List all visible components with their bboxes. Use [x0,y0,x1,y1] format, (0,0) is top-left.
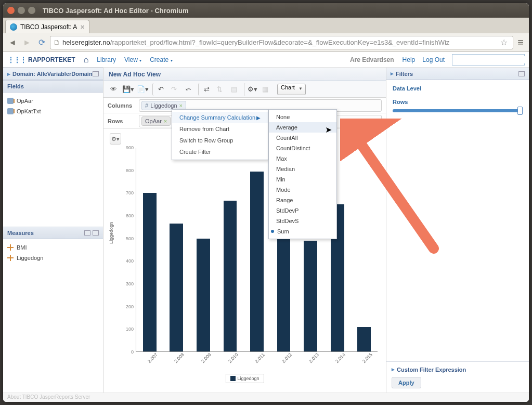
x-tick: 2.009 [200,352,212,364]
domain-header[interactable]: ▸Domain: AlleVariablerDomain [3,68,103,80]
y-tick: 500 [119,236,134,241]
bookmark-icon[interactable]: ☆ [498,37,510,47]
field-icon [7,98,14,104]
redo-icon[interactable]: ↷ [167,83,180,96]
save-icon[interactable]: 💾▾ [121,83,135,96]
bar[interactable] [357,327,371,351]
help-link[interactable]: Help [403,56,416,63]
tab-close-icon[interactable]: × [80,23,84,31]
view-title: New Ad Hoc View [103,68,386,81]
menu-remove[interactable]: Remove from Chart [172,123,268,135]
fields-header[interactable]: Fields [3,80,103,93]
submenu-arrow-icon: ▶ [256,115,261,121]
summary-option-median[interactable]: Median [269,164,336,174]
summary-option-range[interactable]: Range [269,195,336,205]
reset-icon[interactable]: ⤺ [181,83,195,96]
summary-option-max[interactable]: Max [269,153,336,164]
display-mode-select[interactable]: Chart [277,84,306,95]
custom-filter-header[interactable]: ▸Custom Filter Expression [392,366,524,373]
measure-liggedogn[interactable]: Liggedogn [7,253,99,263]
bar[interactable] [197,239,210,351]
window-close-icon[interactable] [7,7,15,14]
logout-link[interactable]: Log Out [422,56,445,63]
home-icon[interactable]: ⌂ [84,55,89,64]
browser-tabbar: TIBCO Jaspersoft: A × [3,18,529,33]
favicon-icon [10,23,17,31]
app-footer: About TIBCO JasperReports Server [3,393,529,402]
x-tick: 2.012 [281,352,293,364]
browser-tab[interactable]: TIBCO Jaspersoft: A × [5,20,89,33]
pill-opaar[interactable]: OpAar× [141,116,171,126]
x-tick: 2.010 [227,352,239,364]
summary-option-min[interactable]: Min [269,174,336,185]
y-tick: 200 [119,304,134,309]
summary-option-stddevp[interactable]: StdDevP [269,205,336,216]
grid-icon[interactable]: ▦ [258,83,272,96]
bar[interactable] [304,241,317,351]
menu-change-summary[interactable]: Change Summary Calculation▶ [172,112,268,123]
panel-ctrl-icon[interactable] [93,230,99,236]
options-icon[interactable]: ⚙▾ [244,83,257,96]
menu-switch-row[interactable]: Switch to Row Group [172,135,268,146]
slider-handle-icon[interactable] [517,107,523,115]
apply-button[interactable]: Apply [392,377,421,388]
menu-create-filter[interactable]: Create Filter [172,146,268,158]
sort-icon[interactable]: ⇅ [213,83,226,96]
pill-remove-icon[interactable]: × [179,102,183,109]
measures-list: BMI Liggedogn [3,239,103,393]
bar[interactable] [277,229,291,351]
detail-icon[interactable]: ▤ [227,83,241,96]
field-opkattxt[interactable]: OpKatTxt [7,106,99,116]
fields-list: OpAar OpKatTxt [3,93,103,227]
tab-title: TIBCO Jaspersoft: A [20,23,77,31]
nav-create[interactable]: Create ▾ [150,56,172,63]
eye-icon[interactable]: 👁 [107,83,120,96]
panel-ctrl-icon[interactable] [93,71,99,76]
editor-toolbar: 👁 💾▾ 📄▾ ↶ ↷ ⤺ ⇄ ⇅ ▤ ⚙▾ ▦ Chart [103,81,386,98]
pill-remove-icon[interactable]: × [164,118,167,124]
bar[interactable] [250,172,264,351]
measure-icon [7,255,14,261]
rows-slider[interactable] [393,109,523,112]
window-title: TIBCO Jaspersoft: Ad Hoc Editor - Chromi… [43,7,188,15]
undo-icon[interactable]: ↶ [152,83,166,96]
export-icon[interactable]: 📄▾ [136,83,149,96]
bar[interactable] [170,224,183,351]
panel-ctrl-icon[interactable] [518,71,525,76]
x-tick: 2.013 [308,352,320,364]
summary-submenu: NoneAverageCountAllCountDistinctMaxMedia… [268,109,337,239]
context-menu: Change Summary Calculation▶ Remove from … [172,109,268,160]
summary-option-stddevs[interactable]: StdDevS [269,216,336,226]
url-input[interactable]: 🗋 helseregister.no/rapporteket_prod/flow… [50,36,513,49]
brand-logo[interactable]: ⋮⋮⋮RAPPORTEKET [7,56,75,64]
window-min-icon[interactable] [18,7,25,14]
panel-ctrl-icon[interactable] [84,230,90,236]
measure-bmi[interactable]: BMI [7,242,99,253]
summary-option-countdistinct[interactable]: CountDistinct [269,143,336,153]
browser-menu-icon[interactable]: ≡ [515,36,526,48]
pill-liggedogn[interactable]: #Liggedogn× [141,101,186,110]
bar[interactable] [224,201,237,351]
columns-label: Columns [108,102,135,109]
summary-option-none[interactable]: None [269,112,336,122]
summary-option-sum[interactable]: Sum [269,226,336,237]
right-panel: ▸Filters Data Level Rows ▸Custom Filter … [386,68,529,393]
bar[interactable] [143,193,157,351]
summary-option-average[interactable]: Average [269,122,336,133]
field-opaar[interactable]: OpAar [7,96,99,106]
filters-header[interactable]: ▸Filters [386,68,529,80]
nav-library[interactable]: Library [97,56,116,63]
summary-option-countall[interactable]: CountAll [269,133,336,143]
chart-options-button[interactable]: ⚙▾ [110,133,121,145]
reload-icon[interactable]: ⟳ [35,36,48,49]
pivot-icon[interactable]: ⇄ [198,83,212,96]
chart-plot: Liggedogn 0100200300400500600700800900 2… [119,148,378,361]
app-topbar: ⋮⋮⋮RAPPORTEKET ⌂ Library View ▾ Create ▾… [3,52,529,68]
nav-view[interactable]: View ▾ [124,56,141,63]
window-max-icon[interactable] [28,7,35,14]
back-icon[interactable]: ◄ [6,36,19,49]
summary-option-mode[interactable]: Mode [269,185,336,195]
x-tick: 2.008 [173,352,185,364]
measures-header[interactable]: Measures [3,227,103,239]
search-input[interactable] [452,56,529,63]
